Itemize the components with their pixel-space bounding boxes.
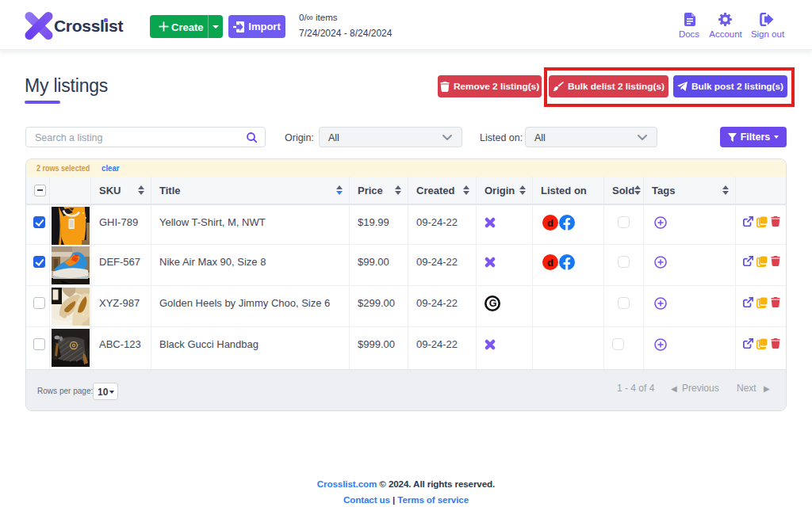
svg-text:d: d bbox=[547, 217, 553, 229]
svg-text:G: G bbox=[489, 298, 497, 309]
svg-text:d: d bbox=[547, 257, 553, 269]
